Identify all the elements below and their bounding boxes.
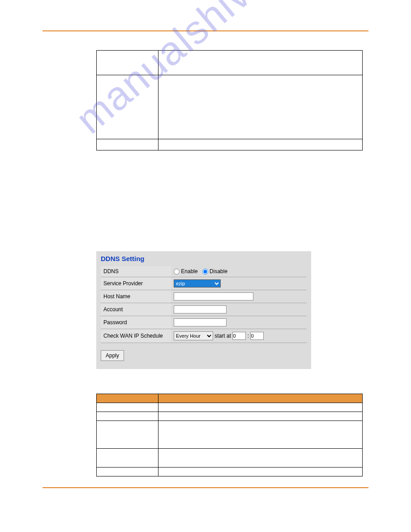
enable-label: Enable — [181, 268, 197, 275]
account-label: Account — [101, 303, 171, 316]
service-provider-label: Service Provider — [101, 277, 171, 290]
bottom-divider — [43, 487, 368, 488]
ddns-disable-radio[interactable] — [202, 269, 208, 275]
upper-table — [96, 50, 363, 150]
ddns-title: DDNS Setting — [101, 255, 307, 262]
check-wan-label: Check WAN IP Schedule — [101, 329, 171, 343]
start-minute-input[interactable] — [250, 332, 264, 340]
time-colon: : — [248, 333, 249, 339]
apply-button[interactable]: Apply — [101, 350, 124, 361]
ddns-settings-table: DDNS Enable Disable Service Provider ezi… — [101, 266, 307, 343]
ddns-setting-panel: DDNS Setting DDNS Enable Disable Service… — [96, 251, 311, 369]
host-name-label: Host Name — [101, 290, 171, 303]
service-provider-select[interactable]: ezip — [174, 279, 221, 287]
ddns-enable-radio[interactable] — [174, 269, 180, 275]
disable-label: Disable — [210, 268, 227, 275]
start-hour-input[interactable] — [232, 332, 246, 340]
check-wan-schedule-select[interactable]: Every Hour — [174, 331, 213, 340]
password-input[interactable] — [174, 318, 227, 326]
start-at-label: start at — [214, 333, 231, 339]
top-divider — [43, 30, 368, 31]
host-name-input[interactable] — [174, 292, 253, 300]
password-label: Password — [101, 316, 171, 329]
ddns-label: DDNS — [101, 266, 171, 277]
account-input[interactable] — [174, 305, 227, 313]
lower-table — [96, 394, 363, 476]
